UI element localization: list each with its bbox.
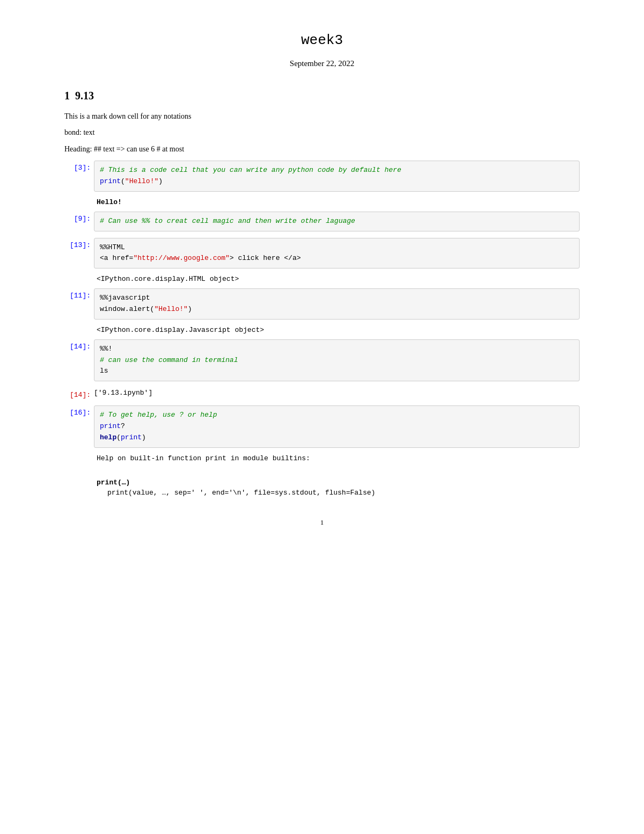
cell-16-line-2: print? <box>100 421 574 432</box>
cell-3-line-2: print("Hello!") <box>100 176 574 187</box>
cell-11-line-1: %%javascript <box>100 293 574 304</box>
cell-9-code[interactable]: # Can use %% to creat cell magic and the… <box>94 212 580 231</box>
cell-3-output: Hello! <box>97 198 580 206</box>
cell-13-label: [13]: <box>64 238 94 249</box>
cell-3-wrapper: [3]: # This is a code cell that you can … <box>64 161 580 192</box>
cell-13-code[interactable]: %%HTML <a href="http://www.google.com"> … <box>94 238 580 269</box>
cell-9-label: [9]: <box>64 212 94 223</box>
cell-9-line-1: # Can use %% to creat cell magic and the… <box>100 216 574 227</box>
cell-14b-output-text: ['9.13.ipynb'] <box>94 388 152 397</box>
page-title: week3 <box>64 32 580 48</box>
prose-line-2: bond: text <box>64 127 580 139</box>
cell-3-line-1: # This is a code cell that you can write… <box>100 165 574 176</box>
cell-9-wrapper: [9]: # Can use %% to creat cell magic an… <box>64 212 580 231</box>
cell-14a-line-2: # can use the command in terminal <box>100 355 574 366</box>
help-output-line3: print(value, …, sep=' ', end='\n', file=… <box>107 489 580 497</box>
cell-11-label: [11]: <box>64 288 94 300</box>
cell-11-wrapper: [11]: %%javascript window.alert("Hello!"… <box>64 288 580 320</box>
cell-3-label: [3]: <box>64 161 94 172</box>
help-output-line2: print(…) <box>97 478 580 487</box>
cell-13-line-2: <a href="http://www.google.com"> click h… <box>100 253 574 264</box>
cell-14a-label: [14]: <box>64 339 94 351</box>
page-number: 1 <box>64 518 580 527</box>
cell-14a-code[interactable]: %%! # can use the command in terminal ls <box>94 339 580 381</box>
cell-13-output: <IPython.core.display.HTML object> <box>97 275 580 283</box>
cell-16-wrapper: [16]: # To get help, use ? or help print… <box>64 405 580 447</box>
section-heading: 1 9.13 <box>64 90 580 102</box>
page-date: September 22, 2022 <box>64 59 580 68</box>
cell-16-label: [16]: <box>64 405 94 417</box>
cell-16-line-1: # To get help, use ? or help <box>100 410 574 421</box>
cell-11-output: <IPython.core.display.Javascript object> <box>97 326 580 334</box>
cell-13-wrapper: [13]: %%HTML <a href="http://www.google.… <box>64 238 580 269</box>
cell-14a-wrapper: [14]: %%! # can use the command in termi… <box>64 339 580 381</box>
cell-3-code[interactable]: # This is a code cell that you can write… <box>94 161 580 192</box>
help-output-line1: Help on built-in function print in modul… <box>97 454 580 462</box>
cell-16-code[interactable]: # To get help, use ? or help print? help… <box>94 405 580 447</box>
prose-line-3: Heading: ## text => can use 6 # at most <box>64 143 580 155</box>
cell-16-line-3: help(print) <box>100 432 574 444</box>
cell-11-code[interactable]: %%javascript window.alert("Hello!") <box>94 288 580 320</box>
cell-14a-line-1: %%! <box>100 344 574 355</box>
cell-14a-line-3: ls <box>100 366 574 377</box>
cell-13-line-1: %%HTML <box>100 242 574 253</box>
cell-14b-wrapper: [14]: ['9.13.ipynb'] <box>64 388 580 399</box>
prose-line-1: This is a mark down cell for any notatio… <box>64 111 580 122</box>
cell-14b-label: [14]: <box>64 388 94 399</box>
cell-11-line-2: window.alert("Hello!") <box>100 304 574 315</box>
